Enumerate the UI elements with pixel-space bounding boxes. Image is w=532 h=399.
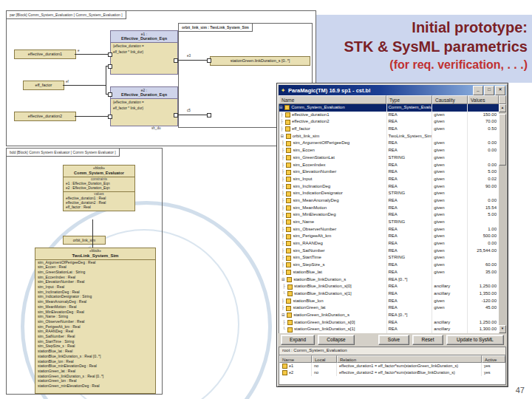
scroll-down-arrow[interactable]: ▼ [499, 325, 506, 333]
constraint-name: Effective_Duration_Eqn [111, 92, 177, 98]
value-entry: sim_MinElevationDeg : Real [35, 310, 155, 315]
tree-row[interactable]: ├ sim_PerigeeAlt_km REA given 500.00 [279, 233, 499, 240]
relations-column-local[interactable]: Local [312, 355, 337, 363]
cell-type: STRING [387, 254, 433, 262]
tree-branch-glyph: ├ [279, 168, 285, 176]
tree-row[interactable]: ⊟ stationGreen_linkDuration_s REA [0..*] [279, 312, 499, 319]
node-label: stationBlue_linkDuration_s [293, 276, 346, 284]
reset-button[interactable]: Reset [412, 335, 443, 345]
relations-column-name[interactable]: Name [279, 355, 312, 363]
connector-label-c5: c5 [187, 109, 191, 112]
close-button[interactable]: ✕ [495, 86, 505, 95]
tree-row[interactable]: ├ eff_factor REA given 0.50 [279, 126, 499, 133]
tree-row[interactable]: ⊟ Comm_System_Evaluation Comm_System_Eva… [279, 104, 499, 112]
tree-row[interactable]: ├ sim_MinElevationDeg REA given 5.00 [279, 211, 499, 219]
tree-row[interactable]: ├ sim_RAANDeg REA given 0.00 [279, 240, 499, 248]
solve-button[interactable]: Solve [378, 335, 409, 345]
cell-type: REA [387, 118, 433, 126]
tree-branch-glyph: ⊟ [279, 104, 284, 112]
tree-row[interactable]: ⊟ stationBlue_linkDuration_s REA [0..*] [279, 276, 499, 284]
cell-name: ├ sim_MeanMotion [279, 205, 387, 212]
minimize-button[interactable]: _ [473, 86, 483, 95]
vertical-scrollbar[interactable]: ▲ ▼ [499, 104, 506, 333]
scrollbar-track[interactable] [499, 112, 506, 325]
relations-column-active[interactable]: Active [482, 355, 505, 363]
column-header-causality[interactable]: Causality [432, 95, 468, 104]
tree-row[interactable]: ├ sim_MeanMotion REA given 15.54 [279, 205, 499, 212]
cell-causality: given [432, 176, 468, 183]
node-label: stationGreen_linkDuration_s [293, 312, 349, 319]
tree-row[interactable]: ├ sim_GreenStationLat STRING given [279, 154, 499, 162]
value-entry: sim_MeanAnomalyDeg : Real [35, 299, 155, 304]
tree-row[interactable]: ├ effective_duration1 REA given 150.00 [279, 112, 499, 119]
column-header-values[interactable]: Values [468, 95, 499, 104]
paramagic-titlebar[interactable]: ✦ ParaMagic(TM) 16.9 sp1 - cst.bl _ □ ✕ [279, 85, 506, 95]
constraint-expression-line1: {effective_duration = [111, 99, 177, 105]
node-icon [286, 141, 291, 146]
tree-row[interactable]: ├ sim_Eccen REA given 0.00 [279, 147, 499, 154]
tree-branch-glyph: └ [279, 326, 287, 333]
maximize-button[interactable]: □ [484, 86, 494, 95]
node-label: sim_Name [293, 219, 314, 226]
relation-row[interactable]: e1 no effective_duration1 = eff_factor*s… [279, 363, 505, 369]
value-entry: sim_SatNumber : Real [35, 334, 155, 339]
constraint-name: Effective_Duration_Eqn [111, 36, 177, 41]
tree-row[interactable]: ├ stationGreen_linkDuration_s[0] REA anc… [279, 319, 499, 327]
tree-row[interactable]: ├ sim_Name STRING given [279, 219, 499, 226]
collapse-button[interactable]: Collapse [318, 335, 355, 345]
cell-name: ├ sim_StartTime [279, 254, 387, 262]
node-icon [286, 170, 291, 175]
tree-row[interactable]: ├ sim_Input REA given 0.02 [279, 176, 499, 183]
tree-row[interactable]: ├ sim_SatNumber REA given 25,544.00 [279, 248, 499, 255]
page-number: 47 [516, 386, 525, 395]
node-label: orbit_link_sim [293, 133, 320, 140]
relation-row[interactable]: e2 no effective_duration2 = eff_factor*s… [279, 369, 505, 376]
port-marker [174, 58, 178, 63]
tree-row[interactable]: ├ sim_MeanAnomalyDeg REA given 0.00 [279, 197, 499, 205]
relation-icon [282, 370, 287, 375]
tree-row[interactable]: ├ sim_InclinationDeg REA given 90.00 [279, 183, 499, 191]
tree-branch-glyph: ⊟ [279, 276, 286, 284]
cell-type: TwoLink_System_Sim [387, 133, 433, 140]
relations-column-relation[interactable]: Relation [337, 355, 482, 363]
cell-causality: given [432, 126, 468, 133]
tree-row[interactable]: ├ sim_StartTime STRING given [279, 254, 499, 262]
cell-name: ├ effective_duration1 [279, 112, 387, 119]
column-header-type[interactable]: Type [386, 95, 432, 104]
cell-name: ⊟ stationGreen_linkDuration_s [279, 312, 387, 319]
tree-row[interactable]: ├ sim_StepSize_s REA given 60.00 [279, 262, 499, 269]
node-icon [286, 241, 291, 246]
cell-name: ├ sim_SatNumber [279, 248, 387, 255]
tree-row[interactable]: ⊟ orbit_link_sim TwoLink_System_Sim [279, 133, 499, 140]
scroll-up-arrow[interactable]: ▲ [499, 104, 506, 112]
cell-causality: ancillary [432, 326, 468, 333]
tree-row[interactable]: ├ stationBlue_linkDuration_s[0] REA anci… [279, 283, 499, 290]
cell-name: ├ sim_EccenIndex [279, 162, 387, 169]
update-to-sysml-button[interactable]: Update to SysML [446, 335, 504, 345]
tree-row[interactable]: ├ sim_ElevationNumber REA given 5.00 [279, 168, 499, 176]
node-icon [287, 277, 292, 282]
tree-row[interactable]: └ stationBlue_linkDuration_s[1] REA anci… [279, 290, 499, 298]
cell-values [468, 104, 499, 112]
port-marker [108, 52, 112, 57]
connector-line [92, 219, 93, 248]
tree-row[interactable]: ├ effective_duration2 REA given 70.00 [279, 118, 499, 126]
cell-causality [432, 133, 468, 140]
scrollbar-thumb[interactable] [499, 114, 506, 166]
tree-row[interactable]: └ stationGreen_linkDuration_s[1] REA anc… [279, 326, 499, 333]
app-icon: ✦ [279, 86, 287, 95]
connector-line [75, 54, 110, 55]
tree-row[interactable]: ├ stationBlue_lon REA given -120.00 [279, 298, 499, 305]
cell-causality: given [432, 190, 468, 197]
cell-type: REA [387, 304, 433, 312]
tree-row[interactable]: ├ sim_ArgumentOfPerigeeDeg REA given 0.0… [279, 140, 499, 147]
column-header-name[interactable]: Name [279, 95, 386, 104]
relations-table-body: e1 no effective_duration1 = eff_factor*s… [279, 363, 505, 376]
tree-branch-glyph: └ [279, 290, 287, 298]
tree-row[interactable]: ├ stationGreen_lat REA given 45.00 [279, 304, 499, 312]
tree-row[interactable]: ├ sim_IndicationDesignator STRING given [279, 190, 499, 197]
tree-row[interactable]: ├ sim_ObserverNumber REA given 1.00 [279, 226, 499, 233]
tree-row[interactable]: ├ sim_EccenIndex REA given 0.00 [279, 162, 499, 169]
expand-button[interactable]: Expand [281, 335, 315, 345]
tree-row[interactable]: ├ stationBlue_lat REA given 35.00 [279, 269, 499, 276]
